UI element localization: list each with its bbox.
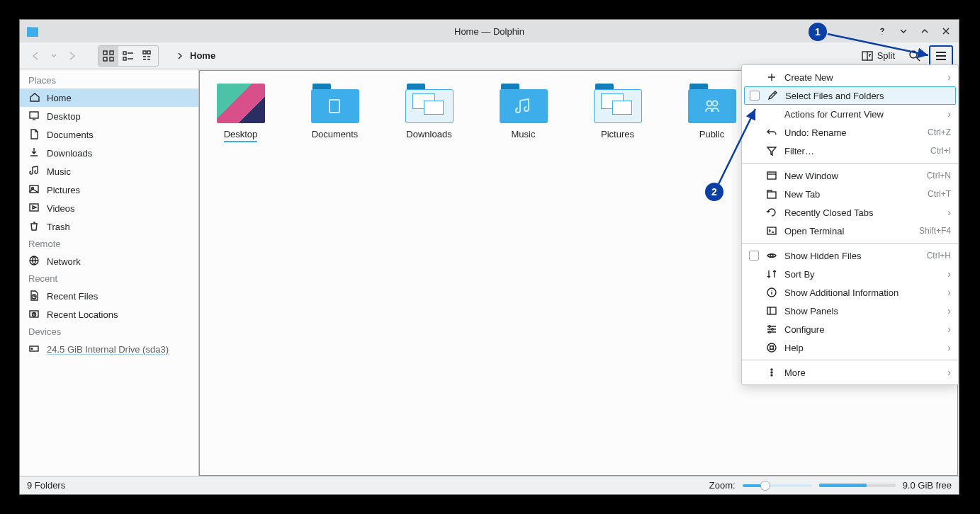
svg-rect-26 <box>767 172 776 179</box>
back-history-button[interactable] <box>50 46 58 66</box>
search-button[interactable] <box>905 46 925 66</box>
menu-item-filter-[interactable]: Filter…Ctrl+I <box>742 142 958 160</box>
sidebar-item-recent-locations[interactable]: Recent Locations <box>20 305 198 324</box>
menu-item-configure[interactable]: Configure› <box>742 320 958 338</box>
menu-item-open-terminal[interactable]: Open TerminalShift+F4 <box>742 222 958 240</box>
sidebar-item-label: Trash <box>47 222 70 232</box>
sidebar-section-header: Devices <box>20 324 198 340</box>
svg-rect-10 <box>30 112 38 118</box>
menu-item-actions-for-current-view[interactable]: Actions for Current View› <box>742 105 958 123</box>
submenu-arrow-icon: › <box>947 324 951 335</box>
status-item-count: 9 Folders <box>27 480 65 491</box>
svg-rect-20 <box>330 100 339 113</box>
svg-rect-28 <box>767 227 776 234</box>
sidebar-item-home[interactable]: Home <box>20 88 198 107</box>
file-label: Pictures <box>601 129 634 139</box>
minimize-button[interactable] <box>898 25 909 37</box>
home-icon <box>28 91 40 105</box>
sidebar-item-label: Music <box>47 166 71 177</box>
view-details-button[interactable] <box>138 46 158 66</box>
drive-icon <box>28 343 40 356</box>
svg-rect-5 <box>123 57 126 60</box>
menu-item-label: Open Terminal <box>784 226 912 236</box>
svg-rect-31 <box>767 307 776 314</box>
sidebar-item-music[interactable]: Music <box>20 162 198 181</box>
menu-item-select-files-and-folders[interactable]: Select Files and Folders <box>744 86 956 105</box>
file-item[interactable]: Public <box>678 84 745 142</box>
hamburger-menu-button[interactable] <box>929 45 953 67</box>
submenu-arrow-icon: › <box>947 342 951 353</box>
free-space-label: 9.0 GiB free <box>903 480 952 491</box>
menu-item-show-panels[interactable]: Show Panels› <box>742 302 958 320</box>
sidebar-item-recent-files[interactable]: Recent Files <box>20 287 198 305</box>
file-label: Documents <box>312 129 359 139</box>
picture-icon <box>28 183 40 197</box>
split-button[interactable]: Split <box>856 46 901 66</box>
sidebar-section-header: Recent <box>20 270 198 287</box>
menu-item-create-new[interactable]: Create New› <box>742 68 958 86</box>
menu-item-help[interactable]: Help› <box>742 338 958 357</box>
file-item[interactable]: Downloads <box>395 84 463 142</box>
sidebar-item-label: 24.5 GiB Internal Drive (sda3) <box>47 344 169 355</box>
menu-item-new-tab[interactable]: New TabCtrl+T <box>742 185 958 203</box>
tab-icon <box>766 188 777 200</box>
plus-icon <box>766 72 777 83</box>
configure-icon <box>766 324 777 335</box>
menu-item-label: Help <box>784 343 940 353</box>
submenu-arrow-icon: › <box>947 305 951 316</box>
file-label: Desktop <box>224 129 258 142</box>
file-item[interactable]: Music <box>490 84 557 142</box>
submenu-arrow-icon: › <box>947 72 951 83</box>
help-button[interactable] <box>877 25 888 37</box>
sidebar-item-downloads[interactable]: Downloads <box>20 144 198 162</box>
menu-item-show-hidden-files[interactable]: Show Hidden FilesCtrl+H <box>742 246 958 265</box>
file-item[interactable]: Documents <box>301 84 368 142</box>
menu-item-more[interactable]: More› <box>742 363 958 382</box>
help-icon <box>766 342 777 353</box>
svg-rect-0 <box>103 51 107 55</box>
sidebar-item-documents[interactable]: Documents <box>20 125 198 144</box>
sidebar-item-videos[interactable]: Videos <box>20 199 198 217</box>
menu-item-label: Sort By <box>784 269 940 280</box>
menu-item-label: Show Hidden Files <box>784 251 920 261</box>
sidebar-item-network[interactable]: Network <box>20 252 198 270</box>
sidebar-item-desktop[interactable]: Desktop <box>20 107 198 125</box>
sidebar-item-trash[interactable]: Trash <box>20 217 198 236</box>
view-compact-button[interactable] <box>118 46 138 66</box>
svg-rect-4 <box>123 52 126 55</box>
svg-rect-1 <box>110 51 113 55</box>
close-button[interactable] <box>940 25 952 37</box>
svg-rect-2 <box>103 57 107 61</box>
file-item[interactable]: Pictures <box>584 84 651 142</box>
sidebar-item-24-5-gib-internal-drive-sda3-[interactable]: 24.5 GiB Internal Drive (sda3) <box>20 340 198 358</box>
sidebar-item-label: Recent Files <box>47 291 98 302</box>
folder-icon <box>688 84 736 123</box>
document-icon <box>28 128 40 142</box>
statusbar: 9 Folders Zoom: 9.0 GiB free <box>20 476 959 494</box>
menu-item-recently-closed-tabs[interactable]: Recently Closed Tabs› <box>742 203 958 222</box>
submenu-arrow-icon: › <box>947 108 951 120</box>
svg-point-34 <box>769 331 771 333</box>
breadcrumb[interactable]: Home <box>176 50 215 61</box>
more-icon <box>766 367 777 378</box>
sidebar-item-label: Home <box>47 93 72 103</box>
menu-separator <box>742 243 958 244</box>
chevron-right-icon <box>176 52 184 60</box>
menu-item-new-window[interactable]: New WindowCtrl+N <box>742 166 958 185</box>
menu-item-label: New Tab <box>784 189 920 200</box>
menu-item-sort-by[interactable]: Sort By› <box>742 265 958 283</box>
menu-item-undo-rename[interactable]: Undo: RenameCtrl+Z <box>742 123 958 142</box>
submenu-arrow-icon: › <box>947 207 951 218</box>
sidebar-item-pictures[interactable]: Pictures <box>20 181 198 199</box>
view-icons-button[interactable] <box>98 46 118 66</box>
file-item[interactable]: Desktop <box>207 84 274 142</box>
menu-item-label: Show Additional Information <box>784 287 940 298</box>
menu-item-label: Filter… <box>784 146 923 156</box>
zoom-slider[interactable] <box>743 484 812 487</box>
menu-item-show-additional-information[interactable]: Show Additional Information› <box>742 283 958 302</box>
forward-button[interactable] <box>62 46 82 66</box>
folder-icon <box>500 84 548 123</box>
maximize-button[interactable] <box>919 25 930 37</box>
back-button[interactable] <box>26 46 45 66</box>
recent-icon <box>766 207 777 218</box>
